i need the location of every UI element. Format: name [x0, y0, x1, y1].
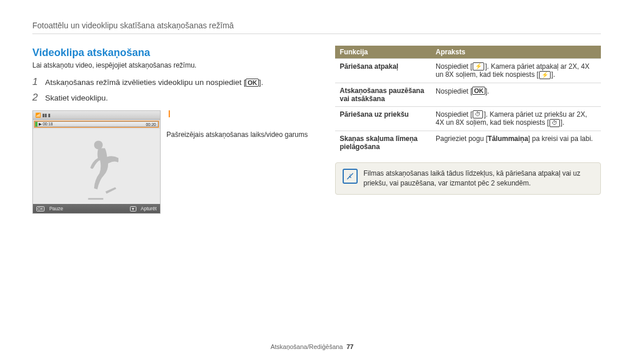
fn-desc: Nospiediet [OK].: [431, 83, 601, 106]
note-box: Filmas atskaņošanas laikā tādus līdzekļu…: [335, 162, 601, 195]
fn-desc: Pagrieziet pogu [Tālummaiņa] pa kreisi v…: [431, 131, 601, 154]
page-footer: Atskaņošana/Rediģēšana 77: [0, 343, 624, 350]
down-marker: ▼: [130, 206, 136, 211]
info-icon: [343, 169, 358, 184]
section-title: Fotoattēlu un videoklipu skatīšana atska…: [32, 21, 601, 30]
ok-icon: OK: [472, 87, 485, 95]
note-text: Filmas atskaņošanas laikā tādus līdzekļu…: [363, 169, 593, 189]
table-row: Atskaņošanas pauzēšana vai atsākšana Nos…: [335, 83, 601, 106]
intro-text: Lai atskaņotu video, iespējojiet atskaņo…: [32, 61, 315, 69]
flash-icon: ⚡: [473, 62, 484, 70]
step-number: 1: [32, 76, 40, 88]
table-row: Skaņas skaļuma līmeņa pielāgošana Pagrie…: [335, 131, 601, 154]
player-bottom-bar: OK Pauze ▼ Apturēt: [33, 204, 160, 213]
ok-icon: OK: [246, 79, 259, 87]
step-text: Skatiet videoklipu.: [45, 92, 108, 104]
step-text: Atskaņošanas režīmā izvēlieties videokli…: [45, 77, 263, 88]
fn-desc: Nospiediet [⏱]. Kamera pāriet uz priekšu…: [431, 106, 601, 131]
player-video-area: [33, 129, 160, 204]
step-2: 2 Skatiet videoklipu.: [32, 92, 315, 104]
svg-point-0: [94, 141, 102, 150]
divider: [32, 34, 601, 34]
ok-marker: OK: [36, 206, 44, 211]
bottom-stop-label: Apturēt: [141, 206, 157, 211]
playback-progress: ▶ 00:18 00:20: [35, 121, 158, 127]
player-top-bar: 📶 ▮▮ ▮: [33, 111, 160, 120]
timer-icon: ⏱: [473, 110, 483, 118]
fn-name: Pāriešana atpakaļ: [335, 59, 431, 83]
step-number: 2: [32, 92, 40, 103]
fn-desc: Nospiediet [⚡]. Kamera pāriet atpakaļ ar…: [431, 59, 601, 83]
table-header-function: Funkcija: [335, 46, 431, 59]
screenshot-video-player: 📶 ▮▮ ▮ ▶ 00:18 00:20: [32, 110, 161, 214]
timer-icon: ⏱: [549, 119, 560, 127]
fn-name: Skaņas skaļuma līmeņa pielāgošana: [335, 131, 431, 154]
table-header-description: Apraksts: [431, 46, 601, 59]
footer-chapter: Atskaņošana/Rediģēšana: [270, 343, 343, 350]
skater-silhouette: [75, 136, 118, 204]
fn-name: Pāriešana uz priekšu: [335, 106, 431, 131]
callout-line: [169, 110, 170, 117]
playback-progress-highlight: ▶ 00:18 00:20: [34, 121, 159, 128]
playback-time-current: ▶ 00:18: [39, 122, 53, 127]
page-title: Videoklipa atskaņošana: [32, 47, 315, 59]
footer-page-number: 77: [347, 343, 354, 350]
playback-time-total: 00:20: [146, 122, 156, 127]
fn-name: Atskaņošanas pauzēšana vai atsākšana: [335, 83, 431, 106]
flash-icon: ⚡: [539, 71, 551, 79]
screenshot-caption: Pašreizējais atskaņošanas laiks/video ga…: [166, 130, 308, 139]
step-1: 1 Atskaņošanas režīmā izvēlieties videok…: [32, 76, 315, 88]
bottom-pause-label: Pauze: [49, 206, 63, 211]
table-row: Pāriešana atpakaļ Nospiediet [⚡]. Kamera…: [335, 59, 601, 83]
table-row: Pāriešana uz priekšu Nospiediet [⏱]. Kam…: [335, 106, 601, 131]
functions-table: Funkcija Apraksts Pāriešana atpakaļ Nosp…: [335, 46, 601, 154]
